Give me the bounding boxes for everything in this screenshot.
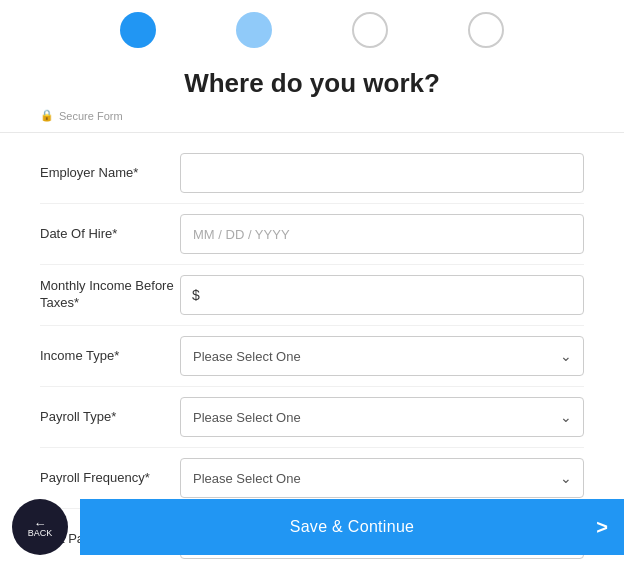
monthly-income-label: Monthly Income Before Taxes* (40, 278, 180, 312)
date-of-hire-input[interactable] (180, 214, 584, 254)
payroll-type-select-wrapper: Please Select One ⌄ (180, 397, 584, 437)
payroll-type-label: Payroll Type* (40, 409, 180, 426)
income-type-select[interactable]: Please Select One (180, 336, 584, 376)
page-title: Where do you work? (0, 54, 624, 105)
monthly-income-row: Monthly Income Before Taxes* $ (40, 265, 584, 326)
step-indicators (0, 0, 624, 54)
back-label: BACK (28, 529, 53, 538)
step-4 (468, 12, 504, 48)
lock-icon: 🔒 (40, 109, 54, 122)
payroll-frequency-label: Payroll Frequency* (40, 470, 180, 487)
date-of-hire-row: Date Of Hire* (40, 204, 584, 265)
bottom-navigation: ← BACK Save & Continue > (0, 491, 624, 563)
income-type-select-wrapper: Please Select One ⌄ (180, 336, 584, 376)
secure-form-bar: 🔒 Secure Form (0, 105, 624, 133)
payroll-type-select[interactable]: Please Select One (180, 397, 584, 437)
date-of-hire-input-wrapper (180, 214, 584, 254)
dollar-sign: $ (192, 287, 200, 303)
payroll-type-row: Payroll Type* Please Select One ⌄ (40, 387, 584, 448)
monthly-income-input-wrapper: $ (180, 275, 584, 315)
save-continue-button[interactable]: Save & Continue > (80, 499, 624, 555)
employer-name-input-wrapper (180, 153, 584, 193)
step-3 (352, 12, 388, 48)
step-2 (236, 12, 272, 48)
income-type-label: Income Type* (40, 348, 180, 365)
secure-form-label: Secure Form (59, 110, 123, 122)
save-continue-arrow-icon: > (596, 516, 608, 539)
back-button[interactable]: ← BACK (12, 499, 68, 555)
employer-name-label: Employer Name* (40, 165, 180, 182)
save-continue-label: Save & Continue (290, 518, 415, 536)
employer-name-row: Employer Name* (40, 143, 584, 204)
income-type-row: Income Type* Please Select One ⌄ (40, 326, 584, 387)
employer-name-input[interactable] (180, 153, 584, 193)
date-of-hire-label: Date Of Hire* (40, 226, 180, 243)
step-1 (120, 12, 156, 48)
monthly-income-input[interactable] (180, 275, 584, 315)
